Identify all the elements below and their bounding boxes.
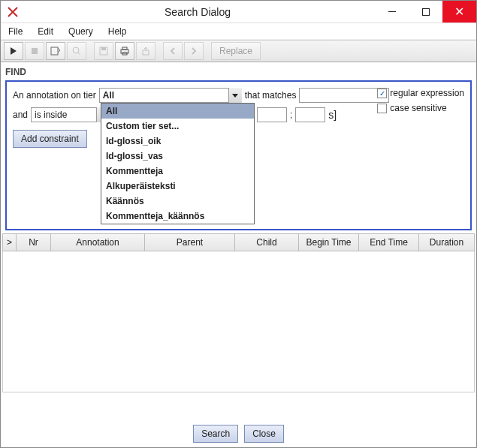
window-title: Search Dialog [20, 6, 375, 18]
tier-option[interactable]: Käännös [101, 194, 254, 209]
tier-combo[interactable]: All [99, 88, 242, 103]
svg-rect-2 [51, 47, 58, 55]
close-button[interactable]: Close [244, 425, 284, 443]
new-query-icon[interactable] [46, 42, 65, 60]
label-annotation-on-tier: An annotation on tier [13, 90, 96, 101]
svg-rect-8 [122, 47, 127, 50]
titlebar: Search Dialog ✕ [1, 1, 476, 23]
label-that-matches: that matches [245, 90, 297, 101]
maximize-button[interactable] [409, 1, 442, 23]
col-annotation[interactable]: Annotation [51, 234, 145, 251]
interval-close: s] [328, 109, 337, 121]
minimize-button[interactable] [375, 1, 409, 23]
print-icon[interactable] [115, 42, 134, 60]
results-table: > Nr Annotation Parent Child Begin Time … [2, 233, 475, 392]
regex-checkbox[interactable]: ✓ [377, 89, 387, 98]
find-right-column: ✓ regular expression case sensitive [377, 88, 464, 113]
col-index[interactable]: > [3, 234, 17, 251]
run-icon[interactable] [4, 42, 23, 60]
tier-option[interactable]: Kommentteja [101, 164, 254, 179]
case-checkbox[interactable] [377, 104, 387, 113]
svg-marker-0 [11, 47, 17, 55]
app-icon [5, 5, 20, 20]
time-to-input[interactable] [295, 107, 325, 122]
tier-option[interactable]: All [101, 104, 254, 119]
results-body[interactable] [2, 251, 475, 392]
col-end-time[interactable]: End Time [359, 234, 419, 251]
col-child[interactable]: Child [235, 234, 299, 251]
col-nr[interactable]: Nr [17, 234, 51, 251]
svg-line-4 [78, 53, 80, 55]
match-input[interactable] [299, 88, 389, 103]
bottom-buttons: Search Close [1, 425, 476, 443]
menu-query[interactable]: Query [64, 25, 98, 38]
col-begin-time[interactable]: Begin Time [299, 234, 359, 251]
tier-option[interactable]: Id-glossi_vas [101, 149, 254, 164]
regex-label: regular expression [390, 88, 464, 98]
tier-option[interactable]: Id-glossi_oik [101, 134, 254, 149]
tier-option[interactable]: Custom tier set... [101, 119, 254, 134]
search-button[interactable]: Search [193, 425, 238, 443]
regex-check-row[interactable]: ✓ regular expression [377, 88, 464, 98]
chevron-down-icon[interactable] [228, 88, 242, 103]
find-heading: FIND [1, 62, 476, 77]
add-constraint-button[interactable]: Add constraint [13, 130, 87, 148]
window-controls: ✕ [375, 1, 476, 23]
menu-edit[interactable]: Edit [33, 25, 58, 38]
interval-mid: ; [290, 110, 292, 120]
svg-point-3 [73, 47, 79, 53]
col-duration[interactable]: Duration [419, 234, 474, 251]
case-check-row[interactable]: case sensitive [377, 103, 464, 113]
tier-combo-value: All [99, 88, 242, 103]
replace-button[interactable]: Replace [211, 42, 261, 60]
find-panel: An annotation on tier All that matches a… [5, 80, 472, 230]
stop-icon[interactable] [25, 42, 44, 60]
svg-rect-6 [101, 47, 106, 50]
menu-help[interactable]: Help [104, 25, 131, 38]
tier-option[interactable]: Alkuperäisteksti [101, 179, 254, 194]
svg-rect-1 [32, 48, 38, 54]
tier-dropdown-list[interactable]: All Custom tier set... Id-glossi_oik Id-… [101, 103, 255, 224]
col-parent[interactable]: Parent [145, 234, 235, 251]
menubar: File Edit Query Help [1, 23, 476, 40]
label-and: and [13, 110, 28, 120]
results-header: > Nr Annotation Parent Child Begin Time … [2, 233, 475, 251]
export-icon[interactable] [136, 42, 155, 60]
tier-option[interactable]: Kommentteja_käännös [101, 209, 254, 224]
next-icon[interactable] [184, 42, 204, 60]
time-from-input[interactable] [257, 107, 287, 122]
toolbar: Replace [1, 40, 476, 62]
case-label: case sensitive [390, 103, 446, 113]
close-window-button[interactable]: ✕ [442, 1, 476, 23]
save-icon[interactable] [94, 42, 113, 60]
prev-icon[interactable] [163, 42, 183, 60]
menu-file[interactable]: File [4, 25, 27, 38]
zoom-icon[interactable] [67, 42, 86, 60]
inside-combo[interactable]: is inside [31, 107, 110, 122]
